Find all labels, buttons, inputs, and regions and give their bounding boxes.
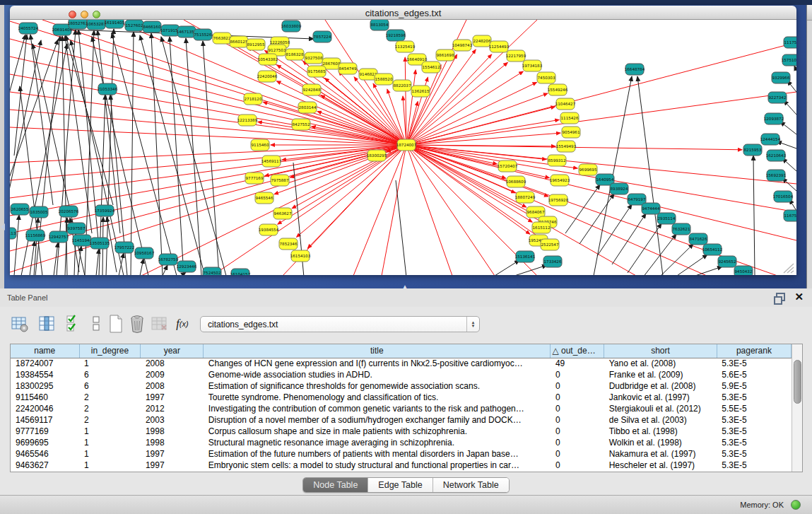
graph-node[interactable]: 7852346 (279, 238, 298, 250)
graph-node[interactable]: 19218596 (386, 30, 406, 41)
memory-ok-indicator[interactable] (791, 500, 801, 510)
graph-node[interactable]: 9465546 (255, 192, 273, 204)
table-scrollbar[interactable] (792, 344, 802, 472)
graph-node[interactable]: 8471626 (689, 233, 707, 245)
graph-node[interactable]: 1167533 (784, 210, 796, 221)
table-settings-icon[interactable] (10, 314, 30, 334)
graph-node[interactable]: 9474444 (642, 203, 660, 214)
graph-node[interactable]: 1117539 (784, 37, 796, 48)
tab-network-table[interactable]: Network Table (433, 478, 509, 492)
float-panel-icon[interactable] (776, 293, 785, 301)
column-header-short[interactable]: short (604, 344, 717, 358)
graph-node[interactable]: 19734183 (522, 60, 543, 71)
graph-node[interactable]: 9245652 (718, 256, 736, 267)
tab-edge-table[interactable]: Edge Table (368, 478, 433, 492)
graph-node[interactable]: 21053346 (98, 83, 118, 95)
graph-node[interactable]: 15720407 (498, 160, 518, 172)
graph-node[interactable]: 9115460 (251, 139, 269, 151)
panel-collapse-arrow-icon[interactable] (1, 223, 5, 230)
column-header-title[interactable]: title (204, 344, 551, 358)
citation-graph[interactable]: 2405572420691406180527631065328716191405… (10, 20, 796, 275)
graph-node[interactable]: 2935114 (657, 213, 676, 224)
tab-node-table[interactable]: Node Table (303, 478, 368, 492)
graph-node[interactable]: 7975887 (271, 175, 289, 186)
graph-node[interactable]: 15549246 (548, 84, 568, 95)
graph-node[interactable]: 9397587 (67, 223, 86, 234)
graph-node[interactable]: 2718120 (244, 93, 262, 105)
network-window-titlebar[interactable]: citations_edges.txt (10, 6, 796, 20)
table-row[interactable]: 946554611997Estimation of the future num… (11, 448, 792, 460)
table-row[interactable]: 969969511998Structural magnetic resonanc… (11, 437, 792, 448)
graph-node[interactable]: 10653287 (86, 20, 107, 30)
graph-node[interactable]: 8599312 (548, 155, 566, 166)
graph-hub-node[interactable]: 18724007 (396, 139, 417, 151)
graph-node[interactable]: 1115426 (560, 112, 579, 124)
graph-node[interactable]: 16191405 (105, 20, 125, 28)
resize-grip-icon[interactable] (781, 261, 795, 274)
function-builder-icon[interactable]: f(x) (172, 314, 192, 334)
graph-node[interactable]: 17957222 (114, 242, 134, 253)
graph-node[interactable]: 10654112 (702, 244, 722, 255)
graph-node[interactable]: 10688609 (506, 176, 526, 187)
graph-node[interactable]: 9463627 (273, 208, 292, 219)
graph-node[interactable]: 12213389 (237, 115, 258, 126)
graph-node[interactable]: 9175685 (307, 66, 326, 77)
graph-node[interactable]: 18052763 (68, 20, 88, 29)
graph-node[interactable]: 12217959 (506, 50, 526, 62)
graph-node[interactable]: 19654923 (550, 175, 570, 186)
graph-node[interactable]: 10498743 (452, 40, 473, 51)
graph-node[interactable]: 9777169 (245, 173, 264, 184)
graph-node[interactable]: 18300295 (367, 150, 387, 161)
graph-node[interactable]: 1588520 (375, 74, 393, 85)
graph-node[interactable]: 8822037 (393, 80, 411, 91)
table-selector-dropdown[interactable]: citations_edges.txt ▲▼ (200, 316, 480, 332)
graph-node[interactable]: 10543382 (258, 54, 278, 65)
graph-node[interactable]: 12444154 (760, 134, 781, 145)
graph-node[interactable]: 8186328 (286, 49, 304, 60)
graph-node[interactable]: 9861698 (436, 49, 454, 61)
table-row[interactable]: 1456911722003Disruption of a novel membe… (11, 414, 792, 426)
graph-node[interactable]: 7515526 (194, 29, 212, 40)
graph-node[interactable]: 16648784 (625, 64, 645, 75)
graph-node[interactable]: 2803144 (298, 102, 317, 113)
column-header-pagerank[interactable]: pagerank (717, 344, 791, 358)
graph-node[interactable]: 15692391 (766, 170, 787, 181)
graph-node[interactable]: 8466160 (143, 21, 161, 33)
column-header-in_degree[interactable]: in_degree (79, 344, 141, 358)
graph-node[interactable]: 19384554 (259, 224, 279, 235)
table-row[interactable]: 911546021997Tourette syndrome. Phenomeno… (11, 392, 792, 403)
table-row[interactable]: 977716911998Corpus callosum shape and si… (11, 426, 792, 437)
graph-node[interactable]: 16782759 (158, 254, 179, 265)
graph-node[interactable]: 16154103 (290, 250, 311, 262)
graph-node[interactable]: 8660125 (230, 36, 248, 47)
graph-node[interactable]: 7524502 (203, 267, 221, 275)
graph-node[interactable]: 11325419 (395, 41, 416, 52)
graph-node[interactable]: 2620655 (11, 204, 29, 215)
background-window-edge[interactable] (806, 5, 812, 288)
selection-mode-icon[interactable] (86, 314, 106, 334)
scrollbar-thumb[interactable] (794, 360, 801, 404)
column-header-name[interactable]: name (11, 344, 79, 358)
graph-node[interactable]: 8813054 (370, 20, 389, 30)
graph-node[interactable]: 1362615 (411, 86, 430, 97)
graph-node[interactable]: 8215953 (743, 144, 762, 156)
delete-table-icon[interactable] (150, 314, 170, 334)
graph-node[interactable]: 1615112 (532, 222, 551, 233)
graph-node[interactable]: 7663822 (213, 33, 231, 44)
graph-node[interactable]: 16104157 (230, 269, 251, 275)
delete-column-icon[interactable] (127, 314, 147, 334)
show-columns-icon[interactable] (37, 314, 57, 334)
table-row[interactable]: 1872400712008Changes of HCN gene express… (11, 358, 792, 369)
graph-node[interactable]: 22420046 (257, 71, 278, 82)
graph-node[interactable]: 9327508 (305, 52, 323, 64)
graph-node[interactable]: 2522547 (541, 239, 559, 250)
graph-node[interactable]: 16210643 (766, 150, 787, 161)
graph-node[interactable]: 8454749 (339, 63, 357, 74)
graph-node[interactable]: 11254493 (489, 41, 510, 52)
graph-node[interactable]: 9450432 (734, 266, 753, 275)
graph-node[interactable]: 15549493 (556, 141, 577, 152)
graph-node[interactable]: 10958167 (134, 247, 155, 259)
graph-node[interactable]: 17016504 (773, 191, 794, 202)
graph-node[interactable]: 1934113 (10, 228, 16, 239)
graph-node[interactable]: 17359924 (95, 205, 115, 216)
